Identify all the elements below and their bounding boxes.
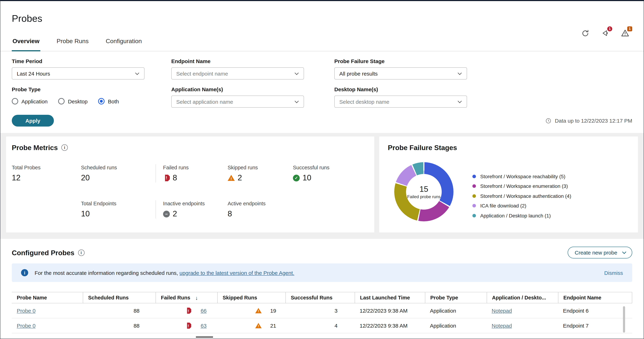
metric-active-endpoints: Active endpoints8 (228, 200, 293, 219)
metric-label: Total Endpoints (81, 200, 156, 207)
desktop-names-select[interactable]: Select desktop name (334, 95, 467, 108)
time-period-value: Last 24 Hours (17, 70, 50, 76)
application-desktop-cell: Notepad (487, 308, 558, 314)
announcements-button[interactable]: 1 (601, 29, 610, 37)
create-new-probe-label: Create new probe (575, 250, 618, 256)
probe-name-link[interactable]: Probe 0 (17, 308, 36, 314)
legend-dot (472, 194, 476, 198)
chevron-down-icon (457, 99, 462, 104)
metric-label: Total Probes (12, 164, 81, 171)
metric-value: !8 (163, 173, 228, 183)
vertical-scrollbar[interactable] (623, 306, 625, 333)
legend-label: ICA file download (2) (480, 203, 526, 209)
application-link[interactable]: Notepad (492, 323, 512, 329)
radio-unselected-icon (58, 98, 65, 104)
inactive-icon: − (163, 211, 170, 217)
column-header-last-launched-time[interactable]: Last Launched Time (355, 292, 425, 303)
probes-table-body: Probe 088!66!19312/22/2023 9:38 AMApplic… (12, 303, 632, 333)
tab-configuration[interactable]: Configuration (105, 35, 142, 51)
probe-failure-stage-value: All probe results (339, 70, 378, 76)
success-icon: ✓ (293, 174, 300, 181)
table-row: Probe 088!66!19312/22/2023 9:38 AMApplic… (12, 303, 632, 318)
failed-runs-cell: !63 (156, 323, 217, 329)
column-header-scheduled-runs[interactable]: Scheduled Runs (83, 292, 156, 303)
time-period-select[interactable]: Last 24 Hours (12, 67, 144, 79)
metric-value: 20 (81, 173, 156, 183)
metric-successful-runs: Successful runs✓10 (293, 164, 368, 183)
info-icon[interactable]: i (78, 249, 84, 256)
banner-message: For the most accurate information regard… (34, 270, 180, 276)
donut-center: 15 Failed probe runs (406, 174, 442, 210)
probe-name-link[interactable]: Probe 0 (17, 323, 36, 329)
tab-bar: OverviewProbe RunsConfiguration (0, 35, 644, 51)
probes-table-header: Probe NameScheduled RunsFailed Runs↓Skip… (12, 292, 632, 303)
failed-runs-cell: !66 (156, 308, 217, 314)
last-launched-time-cell: 12/22/2023 9:38 AM (355, 323, 425, 329)
skipped-runs-cell: !21 (217, 323, 286, 329)
probe-failure-stage-label: Probe Failure Stage (334, 58, 467, 64)
legend-dot (472, 175, 476, 178)
column-header-endpoint-name[interactable]: Endpoint Name (558, 292, 632, 303)
probe-name-cell: Probe 0 (12, 308, 83, 314)
radio-application[interactable]: Application (12, 98, 48, 104)
alerts-button[interactable]: 1 (621, 29, 629, 37)
refresh-button[interactable] (581, 29, 590, 37)
failed-runs-link[interactable]: 66 (201, 308, 206, 314)
endpoint-name-select[interactable]: Select endpoint name (171, 67, 304, 79)
column-header-probe-name[interactable]: Probe Name (12, 292, 83, 303)
application-names-select[interactable]: Select application name (171, 95, 304, 108)
endpoint-name-cell: Endpoint 7 (558, 323, 632, 329)
column-header-skipped-runs[interactable]: Skipped Runs (217, 292, 286, 303)
probe-failure-stages-title: Probe Failure Stages (388, 143, 457, 152)
radio-label: Desktop (68, 98, 88, 104)
announcements-badge: 1 (607, 26, 612, 31)
desktop-names-field: Desktop Name(s) Select desktop name (334, 86, 467, 108)
dismiss-link[interactable]: Dismiss (604, 270, 623, 276)
sort-descending-icon[interactable]: ↓ (195, 295, 198, 301)
desktop-names-placeholder: Select desktop name (339, 99, 389, 105)
alerts-badge: 1 (627, 26, 632, 31)
application-link[interactable]: Notepad (492, 308, 512, 314)
probe-metrics-title: Probe Metrics (12, 143, 58, 152)
last-launched-time-cell: 12/22/2023 9:38 AM (355, 308, 425, 314)
radio-both[interactable]: Both (98, 98, 119, 104)
info-icon: i (21, 269, 28, 276)
tab-probe-runs[interactable]: Probe Runs (56, 35, 90, 51)
desktop-names-label: Desktop Name(s) (334, 86, 467, 93)
radio-unselected-icon (12, 98, 18, 104)
metric-total-probes: Total Probes12 (12, 164, 81, 183)
legend-item: Application / Desktop launch (1) (472, 211, 571, 221)
apply-button[interactable]: Apply (12, 115, 54, 127)
info-icon[interactable]: i (61, 144, 68, 151)
upgrade-link[interactable]: upgrade to the latest version of the Pro… (180, 270, 294, 276)
application-names-field: Application Name(s) Select application n… (171, 86, 304, 108)
radio-desktop[interactable]: Desktop (58, 98, 88, 104)
application-names-label: Application Name(s) (171, 86, 304, 93)
metric-scheduled-runs: Scheduled runs20 (81, 164, 156, 183)
column-header-probe-type[interactable]: Probe Type (425, 292, 487, 303)
column-header-failed-runs[interactable]: Failed Runs↓ (156, 292, 217, 303)
chevron-down-icon (294, 71, 299, 76)
scheduled-runs-cell: 88 (83, 323, 156, 329)
probe-type-label: Probe Type (12, 86, 144, 93)
header-actions: 1 1 (581, 29, 629, 37)
probe-failure-stage-field: Probe Failure Stage All probe results (334, 58, 467, 79)
endpoint-name-field: Endpoint Name Select endpoint name (171, 58, 304, 79)
tab-overview[interactable]: Overview (12, 35, 40, 51)
column-header-application-deskto[interactable]: Application / Deskto... (487, 292, 558, 303)
metrics-grid: Total Probes12Scheduled runs20Failed run… (12, 164, 368, 219)
table-row: Probe 088!63!21412/22/2023 9:38 AMApplic… (12, 318, 632, 333)
create-new-probe-button[interactable]: Create new probe (568, 247, 632, 259)
filters-section: Time Period Last 24 Hours Endpoint Name … (0, 51, 644, 133)
metric-label: Skipped runs (228, 164, 293, 171)
summary-cards: Probe Metrics i Total Probes12Scheduled … (0, 133, 644, 239)
legend-dot (472, 214, 476, 217)
probe-failure-stage-select[interactable]: All probe results (334, 67, 467, 79)
legend-dot (472, 204, 476, 208)
column-header-successful-runs[interactable]: Successful Runs (286, 292, 355, 303)
metric-label: Active endpoints (228, 200, 293, 207)
probe-type-radio-group: ApplicationDesktopBoth (12, 97, 144, 105)
failed-runs-link[interactable]: 63 (201, 323, 206, 329)
endpoint-name-label: Endpoint Name (171, 58, 304, 64)
legend-item: Storefront / Workspace reachability (5) (472, 171, 571, 181)
